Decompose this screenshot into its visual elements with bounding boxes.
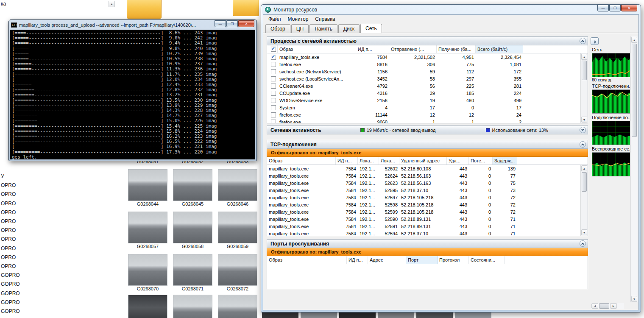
scroll-thumb[interactable]	[582, 61, 587, 80]
process-row[interactable]: mapillary_tools.exe 7584 2,321,502 4,951…	[267, 53, 588, 61]
column-header-port[interactable]: Порт	[406, 256, 438, 264]
file-thumbnail-item[interactable]: G0268057	[128, 212, 167, 249]
process-row[interactable]: CCleaner64.exe 4792 56 225 281	[267, 82, 588, 89]
column-header-sent[interactable]: Отправлено (...	[389, 45, 437, 53]
tcp-connection-row[interactable]: mapillary_tools.exe 7584 192.1... 52590 …	[267, 215, 588, 223]
column-header-latency[interactable]: Задерж...	[493, 157, 517, 165]
column-header-image[interactable]: Образ	[267, 256, 347, 264]
explorer-filename-fragment[interactable]: OPRO	[1, 199, 20, 208]
maximize-button[interactable]: ❐	[226, 20, 238, 27]
scroll-thumb[interactable]	[599, 303, 609, 309]
tcp-connection-row[interactable]: mapillary_tools.exe 7584 192.1... 52591 …	[267, 223, 588, 230]
expand-network-activity-button[interactable]	[580, 127, 586, 133]
process-row[interactable]: firefox.exe 9060 1 1 2	[267, 118, 588, 123]
tcp-connection-row[interactable]: mapillary_tools.exe 7584 192.1... 52624 …	[267, 172, 588, 179]
explorer-filename-fragment[interactable]: OPRO	[1, 217, 20, 226]
scroll-down-icon[interactable]: ▼	[581, 117, 587, 123]
file-thumbnail-item[interactable]	[218, 295, 257, 318]
process-row[interactable]: firefox.exe 11144 12 12 24	[267, 111, 588, 118]
scroll-up-icon[interactable]: ▲	[581, 54, 587, 60]
process-checkbox[interactable]	[271, 76, 276, 81]
file-thumbnail-item[interactable]: G0268071	[173, 254, 212, 292]
explorer-filename-fragment[interactable]: OPRO	[1, 226, 20, 235]
column-header-remote-address[interactable]: Удаленный адрес	[399, 157, 447, 165]
folder-icon[interactable]	[127, 0, 162, 19]
process-row[interactable]: System 4 17 0 17	[267, 104, 588, 111]
column-header-protocol[interactable]: Протокол	[438, 256, 469, 264]
collapse-tcp-button[interactable]	[580, 141, 586, 148]
menu-item[interactable]: Монитор	[284, 15, 312, 23]
column-header-address[interactable]: Адрес	[368, 256, 406, 264]
tab[interactable]: ЦП	[291, 24, 309, 33]
folder-icon[interactable]	[233, 0, 259, 16]
sidebar-scrollbar[interactable]: ▲ ▼	[630, 36, 638, 302]
scroll-left-icon[interactable]: ◄	[591, 303, 598, 309]
scroll-up-icon[interactable]: ▲	[631, 37, 637, 43]
file-thumbnail-item[interactable]: G0268070	[128, 254, 167, 292]
explorer-filename-fragment[interactable]: GOPRO	[1, 271, 20, 280]
explorer-filename-fragment[interactable]: GOPRO	[1, 298, 20, 307]
column-header-total[interactable]: Всего (байт/с)	[476, 45, 523, 53]
explorer-filename-fragment[interactable]: OPRO	[1, 235, 20, 244]
file-thumbnail-item[interactable]: G0268059	[218, 212, 257, 249]
process-checkbox[interactable]	[271, 98, 276, 103]
process-checkbox[interactable]	[271, 112, 276, 117]
tab[interactable]: Обзор	[265, 24, 290, 33]
explorer-filename-fragment[interactable]: OPRO	[1, 244, 20, 253]
tcp-connection-row[interactable]: mapillary_tools.exe 7584 192.1... 52623 …	[267, 179, 588, 187]
process-checkbox[interactable]	[271, 84, 276, 89]
process-row[interactable]: svchost.exe (NetworkService) 1156 59 112…	[267, 68, 588, 75]
collapse-processes-button[interactable]	[580, 38, 586, 44]
resmon-titlebar[interactable]: Монитор ресурсов — ❐ ✕	[261, 5, 641, 14]
menu-item[interactable]: Файл	[265, 15, 284, 23]
collapse-ports-button[interactable]	[580, 240, 586, 247]
tcp-connection-row[interactable]: mapillary_tools.exe 7584 192.1... 52598 …	[267, 201, 588, 208]
explorer-filename-fragment[interactable]: GOPRO	[1, 307, 20, 316]
column-header-pid[interactable]: ИД п...	[356, 45, 389, 53]
file-thumbnail-item[interactable]: G0268045	[173, 169, 212, 207]
scroll-right-icon[interactable]: ►	[610, 303, 617, 309]
explorer-filename-fragment[interactable]: OPRO	[1, 181, 20, 190]
console-titlebar[interactable]: C:\. mapillary_tools process_and_upload …	[9, 20, 256, 30]
tab[interactable]: Диск	[338, 24, 360, 33]
process-row[interactable]: CCUpdate.exe 4316 39 185 224	[267, 89, 588, 97]
console-output[interactable]: [====-----------------------------------…	[10, 30, 255, 159]
maximize-button[interactable]: ❐	[609, 5, 621, 11]
explorer-filename-fragment[interactable]: OPRO	[1, 253, 20, 262]
close-button[interactable]: ✕	[621, 5, 637, 11]
collapse-sidebar-button[interactable]	[591, 37, 599, 45]
scroll-down-icon[interactable]: ▼	[581, 229, 587, 235]
file-thumbnail-item[interactable]	[173, 295, 212, 318]
column-header-image[interactable]: Образ	[278, 45, 356, 53]
column-header-received[interactable]: Получено (ба...	[437, 45, 476, 53]
column-header-image[interactable]: Образ	[267, 157, 336, 165]
explorer-scrollbar-up-button[interactable]: ▲	[109, 1, 115, 7]
process-checkbox[interactable]	[271, 91, 276, 96]
explorer-filename-fragment[interactable]: OPRO	[1, 208, 20, 217]
select-all-checkbox[interactable]	[271, 47, 276, 52]
tab[interactable]: Сеть	[360, 24, 382, 33]
tab[interactable]: Память	[309, 24, 337, 33]
tcp-connection-row[interactable]: mapillary_tools.exe 7584 192.1... 52597 …	[267, 194, 588, 201]
file-thumbnail-item[interactable]: G0268046	[218, 169, 257, 207]
minimize-button[interactable]: —	[597, 5, 609, 11]
process-row[interactable]: svchost.exe (LocalServiceAn... 3452 58 2…	[267, 75, 588, 82]
tcp-connection-row[interactable]: mapillary_tools.exe 7584 192.1... 52602 …	[267, 165, 588, 172]
column-header-state[interactable]: Состояни...	[469, 256, 505, 264]
close-button[interactable]: ✕	[238, 20, 254, 27]
tcp-scrollbar[interactable]: ▲ ▼	[580, 165, 588, 236]
process-row[interactable]: firefox.exe 8816 306 775 1,081	[267, 61, 588, 68]
process-row[interactable]: WDDriveService.exe 2156 19 480 499	[267, 97, 588, 104]
explorer-filename-fragment[interactable]: OPRO	[1, 190, 20, 199]
column-header-packet-loss[interactable]: Поте...	[469, 157, 493, 165]
sidebar-horizontal-scrollbar[interactable]: ◄ ►	[591, 303, 624, 309]
explorer-filename-fragment[interactable]: OPRO	[1, 262, 20, 271]
processes-scrollbar[interactable]: ▲ ▼	[580, 53, 588, 123]
file-thumbnail-item[interactable]	[128, 295, 167, 318]
scroll-up-icon[interactable]: ▲	[581, 165, 587, 171]
process-checkbox[interactable]	[271, 120, 276, 123]
process-checkbox[interactable]	[271, 62, 276, 67]
tcp-connection-row[interactable]: mapillary_tools.exe 7584 192.1... 52594 …	[267, 230, 588, 236]
minimize-button[interactable]: —	[215, 20, 226, 27]
tcp-connection-row[interactable]: mapillary_tools.exe 7584 192.1... 52599 …	[267, 208, 588, 215]
